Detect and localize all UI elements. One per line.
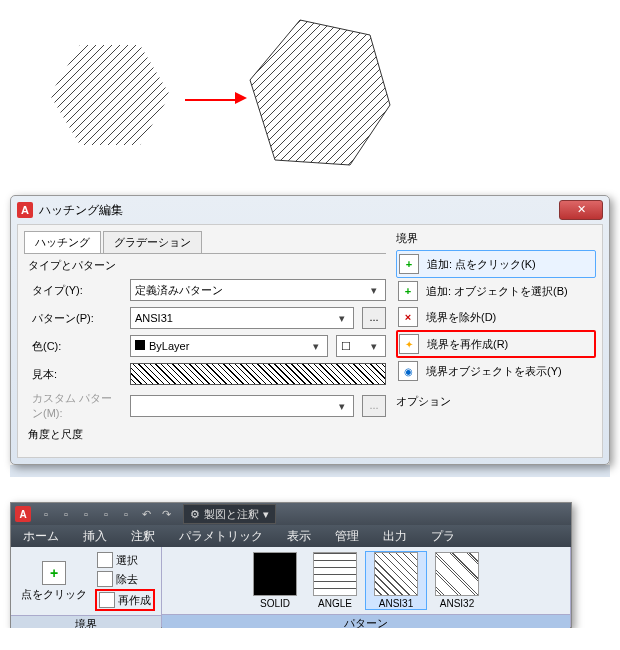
plus-icon <box>399 254 419 274</box>
remove-button[interactable]: 除去 <box>95 570 155 588</box>
hatch-edit-dialog: A ハッチング編集 ✕ ハッチング グラデーション タイプとパターン タイプ(Y… <box>10 195 610 465</box>
workspace-combo[interactable]: ⚙製図と注釈▾ <box>183 504 276 524</box>
tab-output[interactable]: 出力 <box>371 525 419 547</box>
ribbon-tabs: ホーム 挿入 注釈 パラメトリック 表示 管理 出力 プラ <box>11 525 571 547</box>
saveas-icon[interactable]: ▫ <box>97 505 115 523</box>
ansi32-swatch <box>435 552 479 596</box>
view-boundary-objects-button[interactable]: 境界オブジェクトを表示(Y) <box>396 358 596 384</box>
custom-browse-button: ... <box>362 395 386 417</box>
group-angle-scale: 角度と尺度 <box>28 427 386 442</box>
chevron-down-icon: ▾ <box>263 508 269 521</box>
pattern-ansi32[interactable]: ANSI32 <box>427 552 487 609</box>
diagram-area <box>0 0 620 190</box>
gear-icon: ⚙ <box>190 508 200 521</box>
print-icon[interactable]: ▫ <box>117 505 135 523</box>
color-swatch <box>135 340 145 350</box>
color-label: 色(C): <box>24 339 122 354</box>
remove-icon <box>398 307 418 327</box>
tab-hatch[interactable]: ハッチング <box>24 231 101 253</box>
type-combo[interactable]: 定義済みパターン▾ <box>130 279 386 301</box>
tab-insert[interactable]: 挿入 <box>71 525 119 547</box>
undo-icon[interactable]: ↶ <box>137 505 155 523</box>
options-title: オプション <box>396 394 596 409</box>
pattern-angle[interactable]: ANGLE <box>305 552 365 609</box>
solid-swatch <box>253 552 297 596</box>
boundary-title: 境界 <box>396 231 596 246</box>
pattern-label: パターン(P): <box>24 311 122 326</box>
arrow-icon <box>185 90 247 104</box>
sample-label: 見本: <box>24 367 122 382</box>
titlebar: A ハッチング編集 ✕ <box>11 196 609 224</box>
tab-view[interactable]: 表示 <box>275 525 323 547</box>
tab-parametric[interactable]: パラメトリック <box>167 525 275 547</box>
angle-swatch <box>313 552 357 596</box>
type-label: タイプ(Y): <box>24 283 122 298</box>
svg-marker-0 <box>50 45 170 145</box>
remove-boundary-button[interactable]: 境界を除外(D) <box>396 304 596 330</box>
plus-icon <box>42 561 66 585</box>
tab-strip: ハッチング グラデーション <box>24 231 386 254</box>
custom-pattern-combo: ▾ <box>130 395 354 417</box>
close-button[interactable]: ✕ <box>559 200 603 220</box>
chevron-down-icon: ▾ <box>335 400 349 413</box>
redo-icon[interactable]: ↷ <box>157 505 175 523</box>
select-icon <box>97 552 113 568</box>
panel-boundary-title[interactable]: 境界 <box>11 615 161 628</box>
quick-access-toolbar: A ▫ ▫ ▫ ▫ ▫ ↶ ↷ ⚙製図と注釈▾ <box>11 503 571 525</box>
new-icon[interactable]: ▫ <box>37 505 55 523</box>
pick-points-button[interactable]: 点をクリック <box>15 559 93 604</box>
tab-plugins[interactable]: プラ <box>419 525 467 547</box>
pattern-solid[interactable]: SOLID <box>245 552 305 609</box>
chevron-down-icon: ▾ <box>335 312 349 325</box>
recreate-icon <box>399 334 419 354</box>
chevron-down-icon: ▾ <box>367 284 381 297</box>
recreate-icon <box>99 592 115 608</box>
open-icon[interactable]: ▫ <box>57 505 75 523</box>
pattern-combo[interactable]: ANSI31▾ <box>130 307 354 329</box>
svg-marker-1 <box>250 20 390 165</box>
view-icon <box>398 361 418 381</box>
group-type-pattern: タイプとパターン <box>28 258 386 273</box>
recreate-boundary-button[interactable]: 境界を再作成(R) <box>396 330 596 358</box>
save-icon[interactable]: ▫ <box>77 505 95 523</box>
chevron-down-icon: ▾ <box>367 340 381 353</box>
torn-edge <box>10 465 610 477</box>
select-button[interactable]: 選択 <box>95 551 155 569</box>
tab-annotate[interactable]: 注釈 <box>119 525 167 547</box>
pattern-browse-button[interactable]: ... <box>362 307 386 329</box>
add-pick-points-button[interactable]: 追加: 点をクリック(K) <box>396 250 596 278</box>
app-menu-button[interactable]: A <box>15 506 31 522</box>
chevron-down-icon: ▾ <box>309 340 323 353</box>
remove-icon <box>97 571 113 587</box>
app-icon: A <box>17 202 33 218</box>
pattern-ansi31[interactable]: ANSI31 <box>365 551 427 610</box>
custom-pattern-label: カスタム パターン(M): <box>24 391 122 421</box>
panel-pattern-title[interactable]: パターン <box>162 614 570 628</box>
sample-swatch[interactable] <box>130 363 386 385</box>
tab-gradient[interactable]: グラデーション <box>103 231 202 253</box>
recreate-button[interactable]: 再作成 <box>95 589 155 611</box>
bgcolor-combo[interactable]: ☐▾ <box>336 335 386 357</box>
tab-manage[interactable]: 管理 <box>323 525 371 547</box>
add-select-objects-button[interactable]: 追加: オブジェクトを選択(B) <box>396 278 596 304</box>
plus-icon <box>398 281 418 301</box>
tab-home[interactable]: ホーム <box>11 525 71 547</box>
ansi31-swatch <box>374 552 418 596</box>
dialog-title: ハッチング編集 <box>39 202 123 219</box>
ribbon: A ▫ ▫ ▫ ▫ ▫ ↶ ↷ ⚙製図と注釈▾ ホーム 挿入 注釈 パラメトリッ… <box>10 502 572 628</box>
color-combo[interactable]: ByLayer▾ <box>130 335 328 357</box>
